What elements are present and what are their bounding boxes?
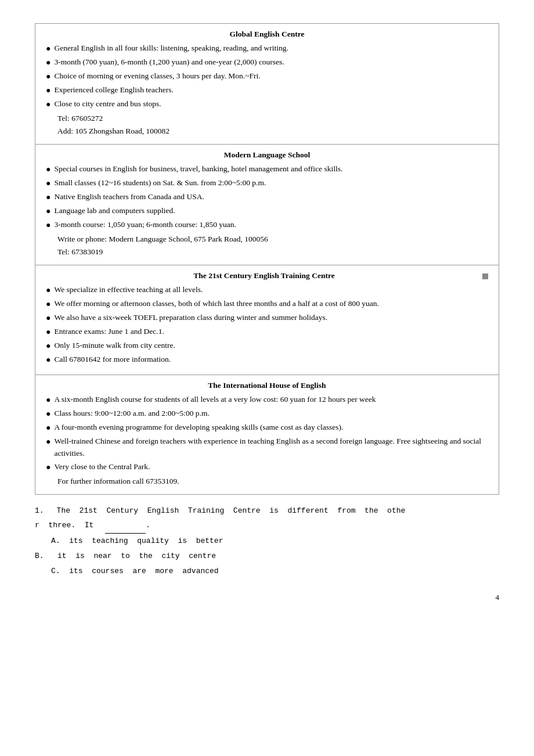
bullet-text: Class hours: 9:00~12:00 a.m. and 2:00~5:… (54, 408, 209, 419)
question-line-2: r three. It . (35, 519, 499, 534)
bullet-icon: ● (46, 84, 50, 96)
section-title-global: Global English Centre (46, 30, 488, 39)
list-item: ● 3-month (700 yuan), 6-month (1,200 yua… (46, 56, 488, 69)
bullet-text: We specialize in effective teaching at a… (54, 284, 203, 296)
list-item: ● Language lab and computers supplied. (46, 205, 488, 217)
bullet-icon: ● (46, 422, 50, 434)
page-container: Global English Centre ● General English … (35, 23, 499, 602)
bullet-icon: ● (46, 394, 50, 406)
bullet-icon: ● (46, 205, 50, 217)
bullet-icon: ● (46, 435, 50, 448)
bullet-text: Language lab and computers supplied. (54, 205, 175, 217)
section-title-modern: Modern Language School (46, 150, 488, 160)
option-a: A. its teaching quality is better (51, 534, 499, 549)
list-item: ● Entrance exams: June 1 and Dec.1. (46, 326, 488, 338)
bullet-text: We also have a six-week TOEFL preparatio… (54, 312, 327, 323)
bullet-text: Call 67801642 for more information. (54, 354, 171, 365)
list-item: ● Close to city centre and bus stops. (46, 98, 488, 110)
option-c: C. its courses are more advanced (51, 564, 499, 579)
list-item: ● Native English teachers from Canada an… (46, 191, 488, 203)
list-item: ● Well-trained Chinese and foreign teach… (46, 435, 488, 459)
bullet-icon: ● (46, 340, 50, 352)
list-item: ● A six-month English course for student… (46, 394, 488, 406)
list-item: ● Very close to the Central Park. (46, 461, 488, 473)
bullet-icon: ● (46, 42, 50, 55)
bullet-icon: ● (46, 163, 50, 175)
bullet-text: General English in all four skills: list… (54, 42, 288, 54)
scrollbar-indicator (482, 273, 488, 279)
section-century: The 21st Century English Training Centre… (35, 265, 499, 375)
bullet-text: Well-trained Chinese and foreign teacher… (54, 435, 488, 459)
bullet-text: Entrance exams: June 1 and Dec.1. (54, 326, 164, 337)
question-block: 1. The 21st Century English Training Cen… (35, 504, 499, 578)
bullet-icon: ● (46, 56, 50, 69)
extra-line: Tel: 67383019 (57, 246, 488, 258)
bullet-icon: ● (46, 177, 50, 189)
list-item: ● 3-month course: 1,050 yuan; 6-month co… (46, 219, 488, 231)
bullet-text: Only 15-minute walk from city centre. (54, 340, 175, 351)
section-title-century: The 21st Century English Training Centre (46, 271, 488, 280)
list-item: ● Experienced college English teachers. (46, 84, 488, 96)
bullet-icon: ● (46, 461, 50, 473)
bullet-icon: ● (46, 284, 50, 296)
list-item: ● Only 15-minute walk from city centre. (46, 340, 488, 352)
list-item: ● We offer morning or afternoon classes,… (46, 298, 488, 310)
list-item: ● General English in all four skills: li… (46, 42, 488, 55)
bullet-text: A six-month English course for students … (54, 394, 376, 405)
extra-line: Write or phone: Modern Language School, … (57, 233, 488, 246)
bullet-text: Small classes (12~16 students) on Sat. &… (54, 177, 266, 189)
bullet-text: We offer morning or afternoon classes, b… (54, 298, 379, 309)
list-item: ● Special courses in English for busines… (46, 163, 488, 175)
question-text: The 21st Century English Training Centre… (48, 504, 405, 519)
option-b: B. it is near to the city centre (35, 549, 499, 564)
bullet-text: A four-month evening programme for devel… (54, 422, 343, 433)
bullet-text: Choice of morning or evening classes, 3 … (54, 70, 260, 82)
list-item: ● Small classes (12~16 students) on Sat.… (46, 177, 488, 189)
question-number: 1. (35, 504, 48, 519)
question-line-1: 1. The 21st Century English Training Cen… (35, 504, 499, 519)
bullet-icon: ● (46, 219, 50, 231)
bullet-text: Close to city centre and bus stops. (54, 98, 161, 110)
bullet-icon: ● (46, 70, 50, 82)
bullet-icon: ● (46, 326, 50, 338)
bullet-text: 3-month (700 yuan), 6-month (1,200 yuan)… (54, 56, 284, 68)
bullet-icon: ● (46, 354, 50, 366)
question-continuation: r three. It . (35, 519, 150, 534)
list-item: ● We specialize in effective teaching at… (46, 284, 488, 296)
list-item: ● Choice of morning or evening classes, … (46, 70, 488, 82)
list-item: ● Class hours: 9:00~12:00 a.m. and 2:00~… (46, 408, 488, 420)
bullet-icon: ● (46, 191, 50, 203)
extra-line: For further information call 67353109. (57, 475, 488, 488)
bullet-text: 3-month course: 1,050 yuan; 6-month cour… (54, 219, 236, 231)
bullet-text: Native English teachers from Canada and … (54, 191, 204, 203)
answer-blank (105, 519, 146, 534)
extra-line: Tel: 67605272 (57, 112, 488, 125)
section-international-house: The International House of English ● A s… (35, 375, 499, 495)
extra-line: Add: 105 Zhongshan Road, 100082 (57, 125, 488, 138)
list-item: ● A four-month evening programme for dev… (46, 422, 488, 434)
bullet-icon: ● (46, 312, 50, 324)
list-item: ● Call 67801642 for more information. (46, 354, 488, 366)
bullet-icon: ● (46, 298, 50, 310)
list-item: ● We also have a six-week TOEFL preparat… (46, 312, 488, 324)
page-number: 4 (35, 593, 499, 602)
bullet-icon: ● (46, 98, 50, 110)
section-modern-language: Modern Language School ● Special courses… (35, 145, 499, 265)
bullet-icon: ● (46, 408, 50, 420)
bullet-text: Experienced college English teachers. (54, 84, 173, 96)
bullet-text: Special courses in English for business,… (54, 163, 342, 175)
section-title-intl: The International House of English (46, 381, 488, 390)
section-global-english: Global English Centre ● General English … (35, 23, 499, 145)
bullet-text: Very close to the Central Park. (54, 461, 150, 473)
